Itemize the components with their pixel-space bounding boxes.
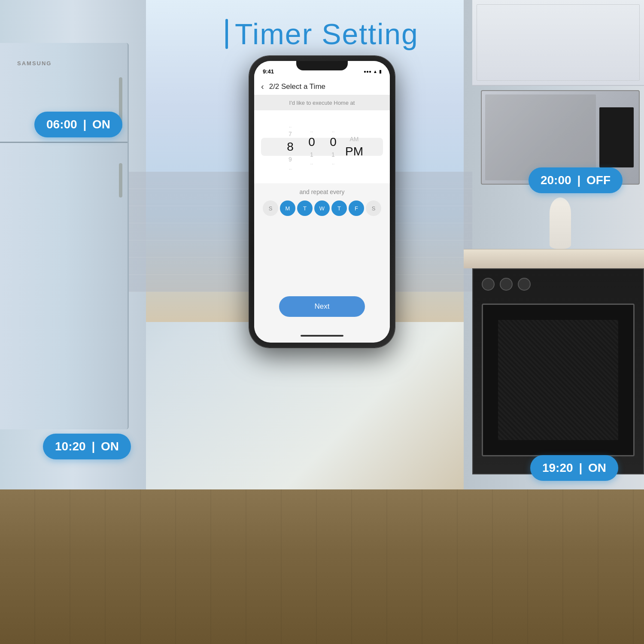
min-ones-dot-top: .. <box>332 127 335 134</box>
floating-label-bottom-left: 10:20 | ON <box>43 434 131 459</box>
label-state-top-left: ON <box>92 118 110 131</box>
floating-label-top-right: 20:00 | OFF <box>529 167 623 193</box>
repeat-section: and repeat every S M T W T F S <box>254 183 390 219</box>
title-bar: Timer Setting <box>225 17 419 51</box>
page-title: Timer Setting <box>235 17 419 51</box>
time-columns: .. 7 8 9 .. .. 0 1 .. <box>254 110 390 183</box>
nav-bar: ‹ 2/2 Select a Time <box>254 78 390 95</box>
signal-icon: ●●● <box>364 69 371 74</box>
label-time-bottom-right: 19:20 <box>542 461 573 474</box>
vase <box>550 197 571 249</box>
label-time-top-right: 20:00 <box>541 173 571 187</box>
phone-body: 9:41 ●●● ▲ ▮ ‹ 2/2 Select a Time I'd lik… <box>249 56 395 348</box>
min-tens-dot-bottom: .. <box>310 159 313 167</box>
label-time-top-left: 06:00 <box>46 118 77 131</box>
hour-dot-top: .. <box>289 122 292 130</box>
hour-below: 9 <box>289 155 292 164</box>
label-state-bottom-right: ON <box>588 461 606 474</box>
label-state-top-right: OFF <box>586 173 611 187</box>
day-sunday[interactable]: S <box>263 200 278 216</box>
min-ones-below: 1 <box>331 150 335 159</box>
repeat-label: and repeat every <box>261 188 383 195</box>
day-saturday[interactable]: S <box>366 200 381 216</box>
min-ones-selected: 0 <box>330 134 337 150</box>
title-accent-bar <box>225 19 228 49</box>
floating-label-top-left: 06:00 | ON <box>34 112 122 137</box>
min-tens-selected: 0 <box>308 134 315 150</box>
label-time-bottom-left: 10:20 <box>55 440 86 453</box>
floor <box>0 489 644 644</box>
label-sep-top-right: | <box>577 173 580 187</box>
home-indicator <box>301 335 343 337</box>
label-sep-bottom-left: | <box>91 440 95 453</box>
countertop-right <box>464 249 644 268</box>
refrigerator: SAMSUNG <box>0 43 129 429</box>
time-picker[interactable]: .. 7 8 9 .. .. 0 1 .. <box>254 110 390 183</box>
hour-above: 7 <box>289 129 292 139</box>
day-tuesday[interactable]: T <box>297 200 313 216</box>
nav-title: 2/2 Select a Time <box>269 82 325 91</box>
battery-icon: ▮ <box>379 69 381 74</box>
title-area: Timer Setting <box>0 17 644 51</box>
period-above: AM <box>350 134 359 144</box>
floating-label-bottom-right: 19:20 | ON <box>530 455 618 481</box>
day-thursday[interactable]: T <box>331 200 347 216</box>
label-state-bottom-left: ON <box>101 440 119 453</box>
back-button[interactable]: ‹ <box>261 82 264 91</box>
min-tens-below: 1 <box>310 150 313 159</box>
phone-notch <box>296 61 348 70</box>
phone-screen: 9:41 ●●● ▲ ▮ ‹ 2/2 Select a Time I'd lik… <box>254 61 390 343</box>
stove <box>472 268 644 474</box>
hour-selected: 8 <box>287 139 294 155</box>
day-wednesday[interactable]: W <box>314 200 330 216</box>
wifi-icon: ▲ <box>373 69 377 74</box>
period-selected: PM <box>345 144 363 159</box>
label-sep-bottom-right: | <box>579 461 582 474</box>
subtitle-row: I'd like to execute Home at <box>254 95 390 110</box>
phone-mockup: 9:41 ●●● ▲ ▮ ‹ 2/2 Select a Time I'd lik… <box>249 56 395 348</box>
status-icons: ●●● ▲ ▮ <box>364 69 381 74</box>
label-sep-top-left: | <box>83 118 86 131</box>
next-button[interactable]: Next <box>279 296 365 317</box>
picker-highlight <box>261 138 383 156</box>
min-ones-dot-bottom: .. <box>332 159 335 167</box>
subtitle-text: I'd like to execute Home at <box>289 100 355 106</box>
min-tens-dot-top: .. <box>310 127 313 134</box>
status-time: 9:41 <box>263 68 274 75</box>
day-friday[interactable]: F <box>349 200 364 216</box>
day-monday[interactable]: M <box>280 200 295 216</box>
hour-dot-bottom: .. <box>289 164 292 172</box>
next-button-area: Next <box>254 296 390 317</box>
days-row[interactable]: S M T W T F S <box>261 200 383 216</box>
